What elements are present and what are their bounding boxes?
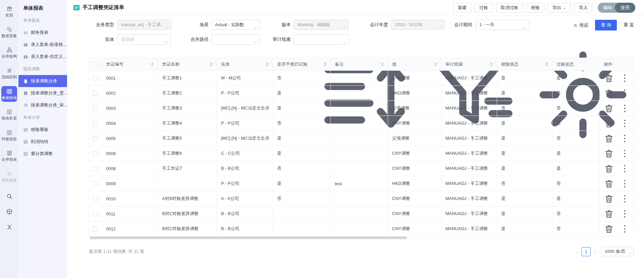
row-checkbox[interactable]: [93, 76, 98, 81]
collapse-filters-button[interactable]: 收起: [573, 22, 588, 28]
sidebar-item-利润结转[interactable]: 利润结转: [18, 136, 67, 148]
next-page-button[interactable]: ›: [593, 249, 597, 255]
row-checkbox[interactable]: [93, 226, 98, 231]
column-header-实体[interactable]: 实体: [217, 58, 273, 71]
sidebar-item-校验看板[interactable]: 校验看板: [18, 124, 67, 136]
取消过账-button[interactable]: 取消过账: [496, 3, 523, 12]
rail-item-单体报表[interactable]: 单体报表: [1, 86, 17, 102]
reset-button[interactable]: 重 置: [624, 22, 634, 28]
search-button[interactable]: 查 询: [595, 20, 617, 30]
sidebar-item-录入套表-自定义...[interactable]: 录入套表-自定义...: [18, 51, 67, 63]
horizontal-scrollbar[interactable]: [90, 236, 407, 239]
row-checkbox[interactable]: [93, 196, 98, 201]
chevron-down-icon: [165, 23, 168, 27]
column-header-凭证编号[interactable]: 凭证编号: [102, 58, 158, 71]
column-header-校验状态[interactable]: 校验状态: [497, 58, 552, 71]
trash-action[interactable]: [604, 103, 614, 114]
cell-name: [158, 176, 217, 191]
select-all-checkbox[interactable]: [93, 62, 98, 67]
column-header-是否平衡日记账[interactable]: 是否平衡日记账: [273, 58, 331, 71]
row-checkbox[interactable]: [93, 91, 98, 96]
filter-select-版本[interactable]: Working - 编制版: [293, 20, 349, 30]
row-checkbox[interactable]: [93, 166, 98, 171]
prev-page-button[interactable]: ‹: [575, 249, 580, 255]
rail-item-欢迎[interactable]: 欢迎: [1, 3, 17, 19]
trash-action[interactable]: [604, 133, 614, 144]
current-page[interactable]: 1: [582, 247, 591, 256]
sort-icon[interactable]: [266, 61, 269, 68]
filter-select-审计线索[interactable]: [293, 34, 349, 45]
trash-action[interactable]: [604, 209, 614, 219]
trash-action[interactable]: [604, 118, 614, 129]
sort-icon[interactable]: [434, 61, 437, 68]
column-header-凭证名称[interactable]: 凭证名称: [158, 58, 217, 71]
filter-select-会计年度[interactable]: 2023 - 2023年: [391, 20, 445, 30]
kebab-action[interactable]: [620, 194, 630, 204]
kebab-action[interactable]: [620, 179, 630, 189]
trash-action[interactable]: [604, 179, 614, 189]
trash-action[interactable]: [604, 88, 614, 98]
toggle-use-option[interactable]: 使用: [615, 3, 635, 13]
row-checkbox[interactable]: [93, 211, 98, 216]
sort-icon[interactable]: [381, 61, 384, 68]
trash-action[interactable]: [604, 224, 614, 234]
rail-item-合并架构[interactable]: 合并架构: [1, 45, 17, 61]
rail-search-icon-button[interactable]: [5, 192, 14, 201]
column-header-备注[interactable]: 备注: [331, 58, 388, 71]
page-size-select[interactable]: 1000 条/页: [601, 247, 634, 256]
sort-icon[interactable]: [324, 61, 326, 68]
filter-select-会计期间[interactable]: 1 - 一月: [476, 20, 529, 30]
row-checkbox[interactable]: [93, 181, 98, 186]
row-checkbox[interactable]: [93, 106, 98, 111]
cell-balanced: [273, 221, 331, 236]
edit-use-toggle[interactable]: 编辑 使用: [598, 3, 635, 13]
filter-select-场景[interactable]: Actual - 实际数: [211, 20, 260, 30]
trash-action[interactable]: [604, 194, 614, 204]
trash-action[interactable]: [604, 73, 614, 83]
过账-button[interactable]: 过账: [475, 3, 493, 12]
cell-no: 0005: [102, 131, 158, 146]
filter-select-业务类型[interactable]: manual_adj - 手工调...: [117, 20, 171, 30]
filter-select-实体[interactable]: 请选择: [117, 34, 171, 45]
kebab-action[interactable]: [620, 163, 630, 174]
kebab-action[interactable]: [620, 148, 630, 159]
rail-item-合并报表[interactable]: 合并报表: [1, 148, 17, 164]
sidebar-item-报表调整分录_需...[interactable]: 报表调整分录_需...: [18, 87, 67, 99]
rail-item-对账报告[interactable]: 对账报告: [1, 127, 17, 143]
kebab-action[interactable]: [620, 103, 630, 114]
rail-item-流程控制[interactable]: 流程控制: [1, 65, 17, 81]
sort-icon[interactable]: [490, 61, 493, 68]
sidebar-item-重分类调整[interactable]: 重分类调整: [18, 148, 67, 160]
新建-button[interactable]: 新建: [453, 3, 471, 12]
sort-icon[interactable]: [151, 61, 154, 68]
sidebar-item-报表调整分录[interactable]: 报表调整分录: [18, 75, 67, 87]
column-header-审计线索[interactable]: 审计线索: [441, 58, 497, 71]
filter-select-合并路径[interactable]: [211, 34, 260, 45]
rail-item-报表折算[interactable]: 报表折算: [1, 107, 17, 123]
kebab-action[interactable]: [620, 224, 630, 234]
kebab-action[interactable]: [620, 73, 630, 83]
column-header-值[interactable]: 值: [388, 58, 441, 71]
kebab-action[interactable]: [620, 133, 630, 144]
校验-button[interactable]: 校验: [526, 3, 544, 12]
rail-package-icon-button[interactable]: [5, 207, 14, 216]
导出-button[interactable]: 导出: [548, 3, 571, 12]
rail-item-系统设置[interactable]: 系统设置: [1, 168, 17, 185]
sidebar-item-录入套表-标准校...[interactable]: 录入套表-标准校...: [18, 39, 67, 51]
row-checkbox[interactable]: [93, 151, 98, 156]
kebab-action[interactable]: [620, 209, 630, 219]
kebab-action[interactable]: [620, 118, 630, 129]
sidebar-item-报表调整分录_审...[interactable]: 报表调整分录_审...: [18, 99, 67, 111]
rail-item-数据采集[interactable]: 数据采集: [1, 24, 17, 40]
rail-knot-icon-button[interactable]: [5, 223, 14, 231]
kebab-action[interactable]: [620, 88, 630, 98]
trash-action[interactable]: [604, 148, 614, 159]
导入-button[interactable]: 导入: [574, 3, 592, 12]
row-checkbox[interactable]: [93, 121, 98, 126]
sidebar-item-财务报表[interactable]: 财务报表: [18, 26, 67, 39]
trash-action[interactable]: [604, 163, 614, 174]
sort-icon[interactable]: [545, 61, 548, 68]
sort-icon[interactable]: [210, 61, 213, 68]
row-checkbox[interactable]: [93, 136, 98, 141]
cell-balanced: 否: [273, 116, 331, 131]
